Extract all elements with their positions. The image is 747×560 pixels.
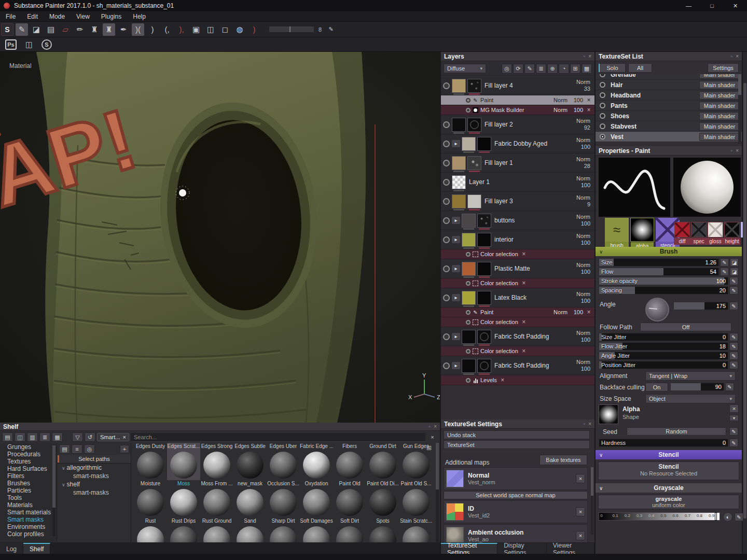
mask-thumbnail[interactable] xyxy=(303,452,330,479)
pencil-icon[interactable]: ✎ xyxy=(729,302,738,310)
toolbar2-resources-import-icon[interactable]: ◫ xyxy=(23,38,35,51)
mask-thumbnail[interactable] xyxy=(137,452,164,479)
stroke-preview[interactable] xyxy=(599,158,670,217)
tab-display-settings[interactable]: Display Settings xyxy=(497,543,547,554)
pencil-icon[interactable]: ✎ xyxy=(729,439,738,447)
pencil-icon[interactable]: ✎ xyxy=(325,23,337,36)
mask-label[interactable]: Moss xyxy=(177,481,190,486)
layer-thumbnail[interactable] xyxy=(462,291,476,305)
textureset-radio[interactable] xyxy=(600,134,605,139)
mask-label[interactable]: Edges Uber xyxy=(270,443,297,449)
textureset-settings-header[interactable]: TextureSet Settings ▫× xyxy=(441,419,594,429)
paint-tool-icon[interactable]: ✎ xyxy=(16,23,28,36)
textureset-radio[interactable] xyxy=(600,123,605,129)
delete-layer-icon[interactable]: ▦ xyxy=(582,64,592,74)
slot-alpha[interactable]: alpha xyxy=(630,218,654,242)
layer-visibility-toggle[interactable] xyxy=(443,179,450,186)
mask-label[interactable]: Fibers xyxy=(342,443,357,449)
layer-thumbnail[interactable] xyxy=(462,214,476,228)
mask-label[interactable]: Fabric Edge ... xyxy=(300,443,333,449)
textureset-row[interactable]: GrenadeMain shader xyxy=(596,74,742,80)
shelf-category-smart-materials[interactable]: Smart materials xyxy=(0,509,57,516)
grid-scrollbar[interactable] xyxy=(436,443,439,542)
layer-row[interactable]: Fill layer 1Norm28 xyxy=(441,153,594,173)
close-icon[interactable]: × xyxy=(736,53,739,59)
folder-expand-icon[interactable]: ► xyxy=(452,236,460,243)
right-scrollbar[interactable] xyxy=(743,52,747,554)
layer-visibility-toggle[interactable] xyxy=(443,217,450,224)
seed-random-button[interactable]: Random xyxy=(627,427,726,436)
mask-label[interactable]: Moisture xyxy=(141,481,160,486)
mask-label[interactable]: Soft Damages xyxy=(300,518,333,524)
slider-track[interactable]: Size Jitter0 xyxy=(599,333,728,341)
layer-visibility-toggle[interactable] xyxy=(443,265,450,272)
export-icon[interactable]: ▦ xyxy=(52,432,63,442)
layer-row[interactable]: ►Fabric Soft PaddingNorm100 xyxy=(441,327,594,346)
main-shader-button[interactable]: Main shader xyxy=(699,122,740,131)
undo-icon[interactable]: ↺ xyxy=(85,432,95,442)
shelf-category-particles[interactable]: Particles xyxy=(0,487,57,494)
dock-icon[interactable]: ▫ xyxy=(731,148,733,153)
follow-path-button[interactable]: Off xyxy=(640,323,731,331)
toolbar2-photoshop-export-icon[interactable]: Ps xyxy=(5,39,17,50)
mask-label[interactable]: new_mask xyxy=(238,481,262,486)
shelf-category-tools[interactable]: Tools xyxy=(0,494,57,501)
close-icon[interactable]: × xyxy=(588,53,591,59)
alpha-dropdown-button[interactable]: ▾ xyxy=(729,415,739,421)
titlebar[interactable]: Substance Painter 2017.1.0 - sh_material… xyxy=(0,0,747,11)
close-icon[interactable]: × xyxy=(588,421,591,427)
tab-shelf[interactable]: Shelf xyxy=(23,543,50,554)
alpha-shape-thumbnail[interactable] xyxy=(599,404,618,424)
mask-thumbnail[interactable] xyxy=(170,526,197,543)
additional-map-row[interactable]: Ambient occlusionVest_ao× xyxy=(444,524,588,542)
backface-toggle-button[interactable]: On xyxy=(645,383,668,391)
mask-label[interactable]: Oxydation xyxy=(305,481,328,486)
main-shader-button[interactable]: Main shader xyxy=(699,74,740,79)
mask-label[interactable]: Edges Scrat... xyxy=(168,443,200,449)
shelf-category-smart-masks[interactable]: Smart masks xyxy=(0,516,57,523)
layer-row[interactable]: Layer 1Norm100 xyxy=(441,173,594,192)
menu-item-view[interactable]: View xyxy=(71,13,95,20)
categories-scrollbar[interactable] xyxy=(52,445,56,536)
layer-thumbnail[interactable] xyxy=(462,233,476,247)
layer-effect-row[interactable]: MG Mask BuilderNorm100× xyxy=(441,105,594,115)
shelf-category-hard-surfaces[interactable]: Hard Surfaces xyxy=(0,465,57,472)
mask-label[interactable]: Rust xyxy=(145,518,156,524)
close-icon[interactable]: × xyxy=(434,424,437,429)
layer-visibility-toggle[interactable] xyxy=(443,362,450,369)
environment-rotate-icon[interactable]: ◍ xyxy=(233,23,246,36)
textureset-row[interactable]: HeadbandMain shader xyxy=(596,90,742,101)
layer-visibility-toggle[interactable] xyxy=(443,141,450,147)
channel-diff[interactable]: diff xyxy=(674,222,690,237)
mask-thumbnail[interactable] xyxy=(137,489,164,516)
shelf-category-materials[interactable]: Materials xyxy=(0,501,57,509)
layer-row[interactable]: ►Latex BlackNorm100 xyxy=(441,288,594,307)
layer-row[interactable]: ►buttonsNorm100 xyxy=(441,211,594,230)
select-paths-header[interactable]: Select paths xyxy=(58,455,131,464)
mask-thumbnail[interactable] xyxy=(403,489,430,516)
main-shader-button[interactable]: Main shader xyxy=(699,112,740,120)
layer-visibility-toggle[interactable] xyxy=(443,333,450,340)
slider-track[interactable]: Spacing20 xyxy=(599,286,728,295)
solo-button[interactable]: Solo xyxy=(599,63,626,73)
pencil-icon[interactable]: ✎ xyxy=(729,342,738,351)
pencil-icon[interactable]: ✎ xyxy=(725,383,734,391)
window-maximize-button[interactable]: □ xyxy=(700,0,724,11)
clone-tool-icon[interactable]: ♜ xyxy=(88,23,101,36)
layer-thumbnail[interactable] xyxy=(467,194,481,208)
layers-panel-header[interactable]: Layers ▫× xyxy=(441,52,594,61)
grayscale-gradient-slider[interactable]: 00.10.20.30.40.50.60.70.80.9 xyxy=(599,512,720,521)
pencil-icon[interactable]: ✎ xyxy=(729,333,738,341)
layer-thumbnail[interactable] xyxy=(462,359,476,373)
stencil-resource-box[interactable]: Stencil No Resource Selected xyxy=(598,461,739,480)
material-picker-tool-icon[interactable]: ♜ xyxy=(103,23,115,36)
layer-visibility-toggle[interactable] xyxy=(443,295,450,301)
effect-close-icon[interactable]: × xyxy=(583,106,594,114)
main-shader-button[interactable]: Main shader xyxy=(699,91,740,100)
textureset-row[interactable]: PantsMain shader xyxy=(596,101,742,111)
textureset-section[interactable]: TextureSet xyxy=(444,440,590,449)
new-resource-icon[interactable]: ▤ xyxy=(2,432,13,442)
effect-close-icon[interactable]: × xyxy=(583,309,594,316)
perspective-toggle-icon[interactable]: ▣ xyxy=(190,23,202,36)
layer-thumbnail[interactable] xyxy=(477,137,491,151)
